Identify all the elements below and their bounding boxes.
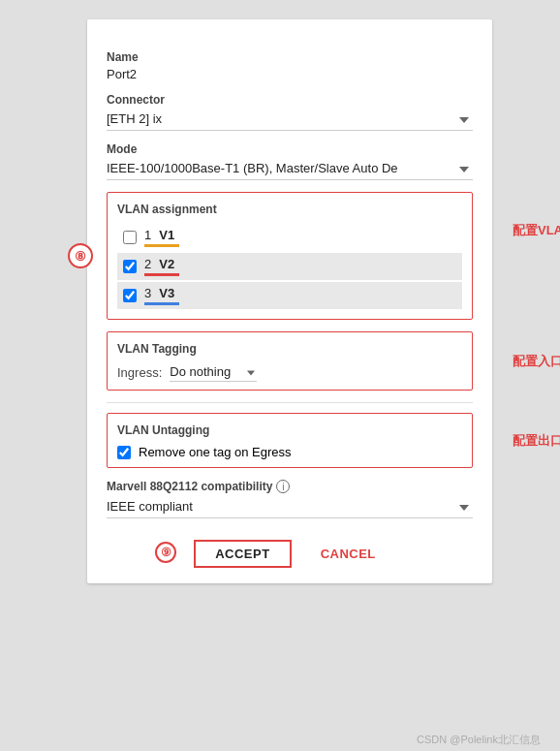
marvell-row: Marvell 88Q2112 compatibility i xyxy=(107,480,473,493)
footer-badge-9: ⑨ xyxy=(155,542,176,563)
footer-row: ⑨ ACCEPT CANCEL xyxy=(107,530,473,574)
marvell-label: Marvell 88Q2112 compatibility xyxy=(107,480,272,493)
page-wrapper: Name Port2 Connector [ETH 2] ix Mode IEE… xyxy=(10,10,550,751)
vlan-info-2: 2 V2 xyxy=(144,257,179,276)
vlan-color-bar-3 xyxy=(144,302,179,305)
divider xyxy=(107,402,473,403)
mode-select[interactable]: IEEE-100/1000Base-T1 (BR), Master/Slave … xyxy=(107,159,473,180)
name-value: Port2 xyxy=(107,67,473,81)
marvell-select[interactable]: IEEE compliantCustom xyxy=(107,497,473,518)
vlan-untagging-label: VLAN Untagging xyxy=(117,423,462,437)
vlan-item-1: 1 V1 xyxy=(117,224,462,251)
ingress-select-wrapper: Do nothingAdd tagRemove tag xyxy=(170,363,257,382)
untagging-row: Remove one tag on Egress xyxy=(117,445,462,459)
accept-button[interactable]: ACCEPT xyxy=(194,540,291,568)
ingress-label: Ingress: xyxy=(117,365,162,380)
mode-select-wrapper: IEEE-100/1000Base-T1 (BR), Master/Slave … xyxy=(107,159,473,180)
vlan-info-3: 3 V3 xyxy=(144,286,179,305)
vlan-assignment-section: VLAN assignment 1 V1 xyxy=(107,192,473,320)
vlan-tagging-section: VLAN Tagging Ingress: Do nothingAdd tagR… xyxy=(107,331,473,391)
name-label: Name xyxy=(107,50,473,64)
marvell-select-wrapper: IEEE compliantCustom xyxy=(107,497,473,518)
vlan-checkbox-1[interactable] xyxy=(123,231,137,244)
cancel-button[interactable]: CANCEL xyxy=(311,542,386,566)
connector-select[interactable]: [ETH 2] ix xyxy=(107,110,473,131)
untagging-annotation: 配置出口规则 xyxy=(513,432,560,450)
vlan-tagging-container: VLAN Tagging Ingress: Do nothingAdd tagR… xyxy=(107,331,473,391)
untagging-option-label: Remove one tag on Egress xyxy=(139,445,292,459)
vlan-id-1: 1 xyxy=(144,228,151,242)
info-icon[interactable]: i xyxy=(276,480,290,493)
vlan-tagging-label: VLAN Tagging xyxy=(117,342,462,356)
vlan-id-3: 3 xyxy=(144,286,151,300)
vlan-untagging-container: VLAN Untagging Remove one tag on Egress … xyxy=(107,413,473,468)
vlan-name-2: V2 xyxy=(159,257,174,271)
vlan-item-2: 2 V2 xyxy=(117,253,462,280)
vlan-id-2: 2 xyxy=(144,257,151,271)
vlan-annotation: 配置VLAN ID xyxy=(513,222,560,239)
vlan-assignment-container: ⑧ VLAN assignment 1 V1 xyxy=(107,192,473,320)
vlan-name-3: V3 xyxy=(159,286,174,300)
vlan-name-1: V1 xyxy=(159,228,174,242)
untagging-checkbox[interactable] xyxy=(117,446,131,459)
badge-8: ⑧ xyxy=(68,243,93,268)
vlan-untagging-section: VLAN Untagging Remove one tag on Egress … xyxy=(107,413,473,468)
vlan-checkbox-2[interactable] xyxy=(123,260,137,273)
tagging-annotation: 配置入口规则 xyxy=(513,353,560,370)
connector-label: Connector xyxy=(107,93,473,107)
edit-port-panel: Name Port2 Connector [ETH 2] ix Mode IEE… xyxy=(87,19,492,583)
vlan-checkbox-3[interactable] xyxy=(123,289,137,302)
ingress-row: Ingress: Do nothingAdd tagRemove tag xyxy=(117,363,462,382)
vlan-assignment-label: VLAN assignment xyxy=(117,203,462,216)
ingress-select[interactable]: Do nothingAdd tagRemove tag xyxy=(170,363,257,382)
vlan-color-bar-1 xyxy=(144,244,179,247)
watermark: CSDN @Polelink北汇信息 xyxy=(417,733,541,747)
mode-label: Mode xyxy=(107,142,473,156)
vlan-item-3: 3 V3 xyxy=(117,282,462,309)
vlan-color-bar-2 xyxy=(144,273,179,276)
vlan-info-1: 1 V1 xyxy=(144,228,179,247)
connector-select-wrapper: [ETH 2] ix xyxy=(107,110,473,131)
